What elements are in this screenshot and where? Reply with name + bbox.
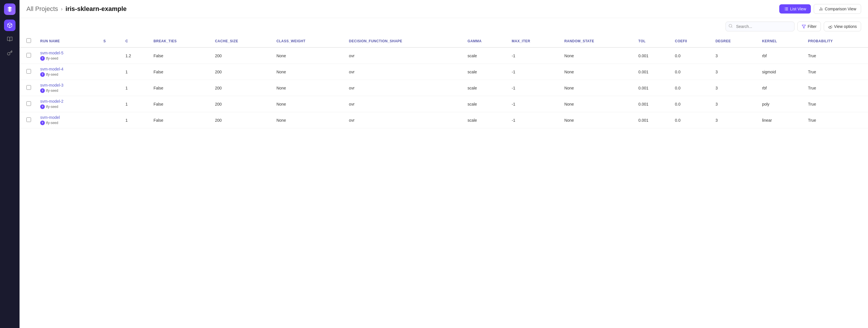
run-tol: 0.001: [634, 80, 671, 96]
toolbar: Filter View options: [20, 18, 868, 35]
run-name-link[interactable]: svm-model-4: [40, 67, 94, 71]
run-probability: True: [803, 48, 868, 64]
row-checkbox-2[interactable]: [26, 85, 31, 90]
leaf-icon: [7, 36, 13, 42]
runs-table: RUN NAME S C break_ties cache_size class…: [20, 35, 868, 128]
search-wrap: [725, 22, 795, 31]
sidebar: [0, 0, 20, 328]
logo-icon: [7, 6, 13, 12]
row-checkbox-4[interactable]: [26, 117, 31, 122]
sidebar-item-models[interactable]: [4, 33, 16, 45]
run-name-cell: svm-model-2 T tfy-seed: [36, 96, 99, 112]
row-checkbox-3[interactable]: [26, 101, 31, 106]
row-checkbox-cell: [20, 64, 36, 80]
key-icon: [7, 50, 13, 56]
list-view-button[interactable]: List View: [779, 4, 811, 13]
run-coef0: 0.0: [671, 112, 711, 128]
app-logo[interactable]: [4, 3, 16, 15]
select-all-checkbox[interactable]: [26, 38, 31, 43]
header-class-weight[interactable]: class_weight: [272, 35, 344, 48]
run-degree: 3: [711, 96, 757, 112]
header-cache-size[interactable]: cache_size: [210, 35, 272, 48]
run-name-link[interactable]: svm-model: [40, 115, 94, 120]
run-random-state: None: [560, 96, 634, 112]
row-checkbox-cell: [20, 80, 36, 96]
header-actions: List View Comparison View: [779, 4, 861, 14]
sidebar-item-keys[interactable]: [4, 47, 16, 59]
sidebar-item-projects[interactable]: [4, 20, 16, 31]
run-random-state: None: [560, 48, 634, 64]
run-name-link[interactable]: svm-model-5: [40, 51, 94, 55]
run-tag: T tfy-seed: [40, 105, 58, 109]
row-checkbox-0[interactable]: [26, 53, 31, 58]
svg-marker-9: [802, 25, 806, 28]
run-gamma: scale: [463, 112, 507, 128]
header-kernel[interactable]: kernel: [757, 35, 803, 48]
filter-icon: [802, 24, 806, 29]
breadcrumb: All Projects › iris-sklearn-example: [26, 5, 127, 13]
run-max-iter: -1: [507, 112, 560, 128]
run-kernel: sigmoid: [757, 64, 803, 80]
run-cache-size: 200: [210, 48, 272, 64]
run-cache-size: 200: [210, 80, 272, 96]
run-coef0: 0.0: [671, 96, 711, 112]
header-tol[interactable]: tol: [634, 35, 671, 48]
run-decision-function-shape: ovr: [344, 64, 463, 80]
header-decision-function-shape[interactable]: decision_function_shape: [344, 35, 463, 48]
run-random-state: None: [560, 112, 634, 128]
run-max-iter: -1: [507, 96, 560, 112]
header-run-name[interactable]: RUN NAME: [36, 35, 99, 48]
run-tol: 0.001: [634, 96, 671, 112]
run-degree: 3: [711, 112, 757, 128]
row-checkbox-1[interactable]: [26, 69, 31, 74]
run-tag-dot: T: [40, 120, 45, 125]
row-checkbox-cell: [20, 96, 36, 112]
header-max-iter[interactable]: max_iter: [507, 35, 560, 48]
run-tag: T tfy-seed: [40, 120, 58, 125]
run-random-state: None: [560, 80, 634, 96]
header-break-ties[interactable]: break_ties: [149, 35, 210, 48]
run-max-iter: -1: [507, 64, 560, 80]
run-break-ties: False: [149, 80, 210, 96]
run-class-weight: None: [272, 112, 344, 128]
view-options-icon: [828, 24, 832, 29]
run-class-weight: None: [272, 80, 344, 96]
run-cache-size: 200: [210, 112, 272, 128]
run-C: 1.2: [121, 48, 149, 64]
run-break-ties: False: [149, 48, 210, 64]
run-s: [99, 48, 121, 64]
run-gamma: scale: [463, 48, 507, 64]
breadcrumb-parent[interactable]: All Projects: [26, 5, 58, 13]
run-s: [99, 112, 121, 128]
cube-icon: [7, 23, 13, 28]
run-class-weight: None: [272, 64, 344, 80]
run-max-iter: -1: [507, 80, 560, 96]
run-class-weight: None: [272, 96, 344, 112]
row-checkbox-cell: [20, 112, 36, 128]
run-name-cell: svm-model-5 T tfy-seed: [36, 48, 99, 64]
header-coef0[interactable]: coef0: [671, 35, 711, 48]
header-gamma[interactable]: gamma: [463, 35, 507, 48]
header-s[interactable]: S: [99, 35, 121, 48]
filter-button[interactable]: Filter: [797, 22, 821, 31]
view-options-button[interactable]: View options: [824, 22, 861, 31]
header-C[interactable]: C: [121, 35, 149, 48]
run-break-ties: False: [149, 64, 210, 80]
search-input[interactable]: [725, 22, 795, 31]
run-name-link[interactable]: svm-model-2: [40, 99, 94, 104]
run-coef0: 0.0: [671, 64, 711, 80]
header-probability[interactable]: probability: [803, 35, 868, 48]
run-s: [99, 80, 121, 96]
run-tag: T tfy-seed: [40, 88, 58, 93]
header-random-state[interactable]: random_state: [560, 35, 634, 48]
run-name-link[interactable]: svm-model-3: [40, 83, 94, 87]
run-class-weight: None: [272, 48, 344, 64]
run-degree: 3: [711, 80, 757, 96]
run-tag-dot: T: [40, 105, 45, 109]
header-degree[interactable]: degree: [711, 35, 757, 48]
run-gamma: scale: [463, 80, 507, 96]
table-body: svm-model-5 T tfy-seed 1.2 False 200 Non…: [20, 48, 868, 128]
comparison-view-button[interactable]: Comparison View: [814, 4, 861, 14]
run-probability: True: [803, 112, 868, 128]
run-tag: T tfy-seed: [40, 56, 58, 61]
